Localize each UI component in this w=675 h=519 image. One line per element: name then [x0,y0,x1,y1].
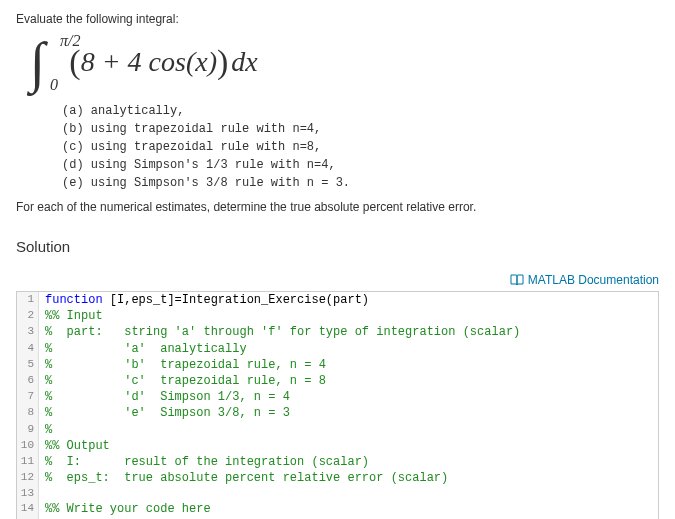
followup-instruction: For each of the numerical estimates, det… [16,200,659,214]
code-content: %% Input [39,308,103,324]
line-number: 5 [17,357,39,373]
code-line: 10%% Output [17,438,658,454]
solution-heading: Solution [16,238,659,255]
code-content: % 'e' Simpson 3/8, n = 3 [39,405,290,421]
line-number: 12 [17,470,39,486]
line-number: 2 [17,308,39,324]
line-number: 6 [17,373,39,389]
code-content: % eps_t: true absolute percent relative … [39,470,448,486]
matlab-doc-link[interactable]: MATLAB Documentation [510,273,659,287]
code-line: 2%% Input [17,308,658,324]
code-line: 3% part: string 'a' through 'f' for type… [17,324,658,340]
close-paren: ) [217,43,228,80]
code-line: 14%% Write your code here [17,501,658,517]
line-number: 4 [17,341,39,357]
book-icon [510,274,524,286]
subpart-list: (a) analytically, (b) using trapezoidal … [62,102,659,192]
line-number: 10 [17,438,39,454]
integral-expression: ∫ π/2 0 (8 + 4 cos(x))dx [30,34,659,90]
line-number: 14 [17,501,39,517]
doc-link-row: MATLAB Documentation [16,273,659,289]
code-content: % 'd' Simpson 1/3, n = 4 [39,389,290,405]
integral-sign: ∫ π/2 0 [30,34,45,90]
integrand: (8 + 4 cos(x))dx [69,43,257,81]
code-line: 4% 'a' analytically [17,341,658,357]
code-content: % I: result of the integration (scalar) [39,454,369,470]
code-line: 9% [17,422,658,438]
line-number: 13 [17,486,39,501]
differential: dx [231,46,257,77]
code-content: %% Output [39,438,110,454]
integrand-body: 8 + 4 cos(x) [81,46,217,77]
line-number: 3 [17,324,39,340]
code-editor[interactable]: 1function [I,eps_t]=Integration_Exercise… [16,291,659,519]
line-number: 9 [17,422,39,438]
problem-prompt: Evaluate the following integral: [16,12,659,26]
integral-lower-limit: 0 [50,76,58,94]
code-content: % 'c' trapezoidal rule, n = 8 [39,373,326,389]
doc-link-label: MATLAB Documentation [528,273,659,287]
code-line: 11% I: result of the integration (scalar… [17,454,658,470]
code-content [39,486,45,501]
code-line: 8% 'e' Simpson 3/8, n = 3 [17,405,658,421]
code-line: 7% 'd' Simpson 1/3, n = 4 [17,389,658,405]
code-content: % 'a' analytically [39,341,247,357]
code-content: function [I,eps_t]=Integration_Exercise(… [39,292,369,308]
line-number: 7 [17,389,39,405]
line-number: 8 [17,405,39,421]
line-number: 1 [17,292,39,308]
integral-upper-limit: π/2 [60,32,80,50]
code-line: 1function [I,eps_t]=Integration_Exercise… [17,292,658,308]
code-line: 12% eps_t: true absolute percent relativ… [17,470,658,486]
code-line: 13 [17,486,658,501]
line-number: 11 [17,454,39,470]
integral-symbol: ∫ [30,31,45,93]
code-line: 6% 'c' trapezoidal rule, n = 8 [17,373,658,389]
code-content: % part: string 'a' through 'f' for type … [39,324,520,340]
code-content: % [39,422,52,438]
code-content: %% Write your code here [39,501,211,517]
code-line: 5% 'b' trapezoidal rule, n = 4 [17,357,658,373]
code-content: % 'b' trapezoidal rule, n = 4 [39,357,326,373]
